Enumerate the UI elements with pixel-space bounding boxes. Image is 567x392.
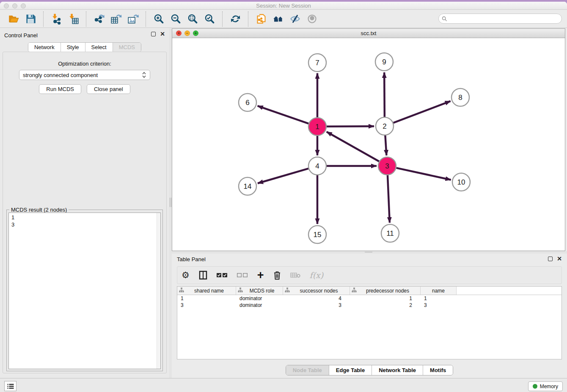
save-session-icon[interactable]	[22, 11, 39, 27]
svg-text:9: 9	[382, 58, 386, 66]
edge-3-10[interactable]	[396, 168, 451, 180]
toolbar-separator	[146, 11, 146, 27]
edge-3-1[interactable]	[327, 132, 379, 161]
node-table[interactable]: shared nameMCDS rolesuccessor nodesprede…	[177, 286, 562, 359]
cell-name[interactable]: 3	[421, 302, 457, 309]
graph-node-6[interactable]: 6	[239, 94, 256, 111]
edge-2-8[interactable]	[394, 101, 451, 123]
zoom-in-icon[interactable]	[150, 11, 167, 27]
zoom-out-icon[interactable]	[167, 11, 184, 27]
graph-node-3[interactable]: 3	[378, 157, 396, 175]
export-network-icon[interactable]	[91, 11, 107, 27]
mcds-result-group: MCDS result (2 nodes) 1 3	[6, 210, 163, 371]
graph-node-9[interactable]: 9	[375, 53, 393, 71]
close-panel-button[interactable]: Close panel	[87, 84, 130, 94]
tab-node-table[interactable]: Node Table	[286, 365, 329, 375]
close-table-panel-icon[interactable]: ✕	[557, 257, 562, 261]
edge-3-11[interactable]	[388, 175, 390, 223]
search-field[interactable]	[438, 14, 562, 24]
cell-shared-name[interactable]: 3	[177, 302, 236, 309]
tab-mcds[interactable]: MCDS	[113, 43, 141, 52]
network-canvas[interactable]: 7968124314101511	[172, 38, 565, 251]
svg-text:1: 1	[315, 123, 319, 131]
svg-text:6: 6	[245, 99, 249, 107]
search-icon	[442, 16, 447, 22]
svg-text:4: 4	[315, 162, 319, 170]
close-panel-icon[interactable]: ✕	[160, 32, 165, 36]
mcds-result-list[interactable]: 1 3	[8, 213, 161, 369]
column-header-MCDS-role[interactable]: MCDS role	[236, 287, 283, 295]
cell-successor-nodes[interactable]: 4	[283, 295, 350, 302]
tab-network[interactable]: Network	[28, 43, 61, 52]
hide-selected-icon[interactable]	[286, 11, 303, 27]
cell-shared-name[interactable]: 1	[177, 295, 236, 302]
edge-2-9[interactable]	[384, 72, 385, 117]
zoom-selected-icon[interactable]	[201, 11, 218, 27]
network-view-window: × − + scc.txt 7968124314101511	[172, 28, 565, 251]
graph-node-11[interactable]: 11	[381, 224, 399, 242]
column-header-predecessor-nodes[interactable]: predecessor nodes	[350, 287, 421, 295]
clone-network-icon[interactable]	[253, 11, 270, 27]
mcds-panel: Optimization criterion: strongly connect…	[3, 52, 167, 373]
svg-text:8: 8	[458, 94, 462, 102]
export-image-icon[interactable]	[124, 11, 141, 27]
graph-node-4[interactable]: 4	[308, 157, 326, 175]
refresh-layout-icon[interactable]	[227, 11, 244, 27]
column-selector-icon[interactable]	[199, 269, 207, 282]
tab-edge-table[interactable]: Edge Table	[329, 365, 372, 375]
float-panel-icon[interactable]	[151, 32, 156, 36]
graph-node-8[interactable]: 8	[451, 88, 469, 106]
edge-2-3[interactable]	[385, 135, 386, 155]
svg-text:7: 7	[315, 59, 319, 67]
tab-select[interactable]: Select	[85, 43, 113, 52]
deselect-all-checkboxes-icon[interactable]	[237, 269, 248, 282]
graph-node-14[interactable]: 14	[239, 177, 256, 195]
zoom-fit-icon[interactable]	[184, 11, 201, 27]
graph-node-15[interactable]: 15	[308, 226, 326, 243]
edge-1-6[interactable]	[258, 106, 309, 124]
column-header-successor-nodes[interactable]: successor nodes	[283, 287, 350, 295]
table-row[interactable]: 1dominator411	[177, 295, 561, 302]
cell-successor-nodes[interactable]: 3	[283, 302, 350, 309]
edge-1-2[interactable]	[327, 126, 374, 127]
tab-motifs[interactable]: Motifs	[423, 365, 453, 375]
result-scrollbar[interactable]	[157, 213, 160, 369]
first-neighbors-icon[interactable]	[270, 11, 286, 27]
toolbar-separator	[43, 11, 44, 27]
table-row[interactable]: 3dominator323	[177, 302, 561, 309]
cell-MCDS-role[interactable]: dominator	[236, 302, 283, 309]
task-history-button[interactable]	[4, 381, 17, 391]
control-panel: Control Panel ✕ NetworkStyleSelectMCDS O…	[0, 28, 169, 380]
table-options-gear-icon[interactable]: ⚙	[182, 269, 190, 282]
select-all-checkboxes-icon[interactable]	[217, 269, 228, 282]
search-input[interactable]	[447, 14, 561, 23]
cell-MCDS-role[interactable]: dominator	[236, 295, 283, 302]
graph-node-10[interactable]: 10	[452, 173, 470, 191]
edge-4-14[interactable]	[258, 168, 308, 183]
tab-style[interactable]: Style	[61, 43, 85, 52]
import-table-icon[interactable]	[65, 11, 82, 27]
cell-name[interactable]: 1	[421, 295, 457, 302]
float-table-panel-icon[interactable]	[548, 257, 553, 261]
cell-predecessor-nodes[interactable]: 1	[350, 295, 421, 302]
cell-predecessor-nodes[interactable]: 2	[350, 302, 421, 309]
tab-network-table[interactable]: Network Table	[372, 365, 423, 375]
column-header-shared-name[interactable]: shared name	[177, 287, 236, 295]
table-header-row: shared nameMCDS rolesuccessor nodesprede…	[177, 287, 561, 295]
open-session-icon[interactable]	[5, 11, 22, 27]
network-window-titlebar[interactable]: × − + scc.txt	[172, 29, 565, 38]
run-mcds-button[interactable]: Run MCDS	[39, 84, 81, 94]
svg-text:3: 3	[385, 162, 389, 170]
table-panel: Table Panel ✕ ⚙ + f(x)	[172, 254, 567, 378]
import-network-icon[interactable]	[48, 11, 65, 27]
export-table-icon[interactable]	[107, 11, 124, 27]
add-column-icon[interactable]: +	[257, 269, 264, 282]
graph-node-1[interactable]: 1	[308, 118, 326, 135]
hierarchy-icon	[285, 287, 290, 294]
memory-button[interactable]: Memory	[528, 381, 563, 391]
column-header-name[interactable]: name	[421, 287, 457, 295]
graph-node-7[interactable]: 7	[308, 54, 326, 72]
optimization-criterion-dropdown[interactable]: strongly connected component	[19, 70, 150, 80]
graph-node-2[interactable]: 2	[376, 117, 394, 135]
delete-column-icon[interactable]	[273, 269, 281, 282]
